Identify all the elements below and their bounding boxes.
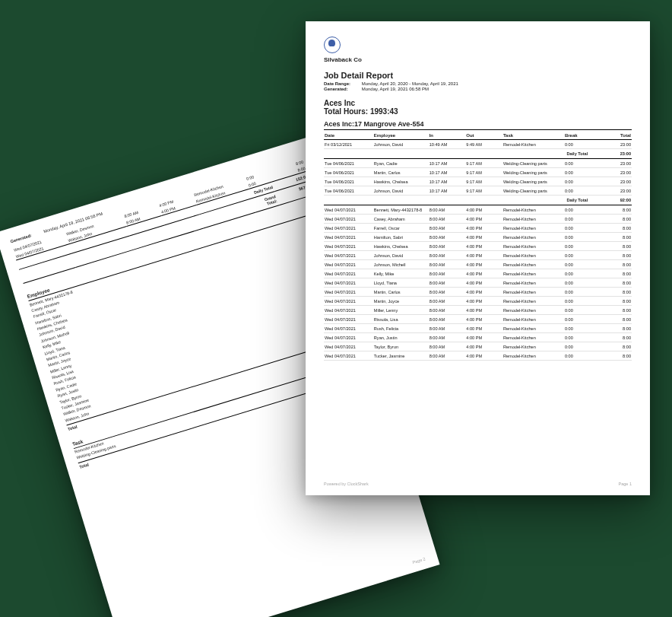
cell-employee: Martin, Joyce (373, 297, 429, 306)
table-row: Wed 04/07/2021Lloyd, Tiana8:00 AM4:00 PM… (324, 278, 632, 288)
cell-in: 10:17 AM (429, 168, 466, 177)
table-row: Wed 04/07/2021Rush, Felicia8:00 AM4:00 P… (324, 324, 632, 333)
table-row: Wed 04/07/2021Tucker, Jasmine8:00 AM4:00… (324, 351, 632, 361)
cell-total: 8:00 (588, 278, 632, 288)
cell-out: 4:00 PM (465, 333, 502, 342)
report-title: Job Detail Report (324, 71, 632, 80)
cell-in: 8:00 AM (429, 297, 466, 306)
cell-task: Remodel-Kitchen (502, 342, 564, 351)
table-row: Wed 04/07/2021Johnson, Michell8:00 AM4:0… (324, 260, 632, 269)
cell-task: Remodel-Kitchen (502, 242, 564, 251)
cell-date: Tue 04/06/2021 (324, 186, 373, 196)
cell-break: 0:00 (564, 297, 588, 306)
cell-task: Welding-Cleaning parts (502, 168, 564, 177)
cell-in: 8:00 AM (429, 269, 466, 278)
cell-in: 8:00 AM (429, 205, 466, 215)
cell-employee: Hawkins, Chelsea (373, 242, 429, 251)
cell-employee: Ryan, Cadie (373, 159, 429, 168)
table-row: Wed 04/07/2021Hamilton, Sabri8:00 AM4:00… (324, 233, 632, 242)
cell-date: Wed 04/07/2021 (324, 242, 373, 251)
cell-total: 8:00 (588, 260, 632, 269)
cell-date: Wed 04/07/2021 (324, 351, 373, 361)
cell-total: 8:00 (588, 351, 632, 361)
cell-in: 8:00 AM (429, 233, 466, 242)
table-row: Wed 04/07/2021Martin, Carlos8:00 AM4:00 … (324, 288, 632, 297)
total-hours: Total Hours: 1993:43 (324, 107, 632, 116)
cell-date: Wed 04/07/2021 (324, 324, 373, 333)
cell-break: 0:00 (564, 306, 588, 315)
cell-date: Wed 04/07/2021 (324, 251, 373, 260)
cell-task: Remodel-Kitchen (502, 324, 564, 333)
col-in: In (429, 132, 466, 140)
table-row: Wed 04/07/2021Hawkins, Chelsea8:00 AM4:0… (324, 242, 632, 251)
cell-in: 8:00 AM (429, 251, 466, 260)
cell-employee: Rissola, Lisa (373, 315, 429, 324)
cell-task: Remodel-Kitchen (502, 351, 564, 361)
col-date: Date (324, 132, 373, 140)
cell-employee: Kelly, Mike (373, 269, 429, 278)
cell-date: Wed 04/07/2021 (324, 297, 373, 306)
cell-date: Wed 04/07/2021 (324, 205, 373, 215)
cell-employee: Miller, Lenny (373, 306, 429, 315)
cell-date: Wed 04/07/2021 (324, 342, 373, 351)
cell-total: 23:00 (588, 159, 632, 168)
cell-out: 4:00 PM (465, 288, 502, 297)
table-row: Tue 04/06/2021Johnson, David10:17 AM9:17… (324, 186, 632, 196)
company-logo-icon (324, 37, 341, 53)
cell-break: 0:00 (564, 215, 588, 224)
cell-task: Remodel-Kitchen (502, 333, 564, 342)
cell-in: 10:17 AM (429, 159, 466, 168)
client-name: Aces Inc (324, 99, 632, 107)
cell-task: Remodel-Kitchen (502, 288, 564, 297)
cell-employee: Martin, Carlos (373, 168, 429, 177)
cell-task: Welding-Cleaning parts (502, 186, 564, 196)
table-row: Wed 04/07/2021Farrell, Oscar8:00 AM4:00 … (324, 224, 632, 233)
cell-date: Wed 04/07/2021 (324, 224, 373, 233)
cell-employee: Hawkins, Chelsea (373, 177, 429, 186)
cell-break: 0:00 (564, 177, 588, 186)
cell-in: 8:00 AM (429, 242, 466, 251)
cell-in: 8:00 AM (429, 333, 466, 342)
company-name: Silvaback Co (324, 56, 632, 63)
cell-in: 8:00 AM (429, 324, 466, 333)
cell-out: 4:00 PM (465, 278, 502, 288)
col-total: Total (588, 132, 632, 140)
cell-out: 9:17 AM (465, 177, 502, 186)
table-row: Wed 04/07/2021Ryan, Justin8:00 AM4:00 PM… (324, 333, 632, 342)
cell-task: Remodel-Kitchen (502, 224, 564, 233)
cell-task: Welding-Cleaning parts (502, 177, 564, 186)
cell-break: 0:00 (564, 168, 588, 177)
cell-date: Wed 04/07/2021 (324, 333, 373, 342)
cell-break: 0:00 (564, 278, 588, 288)
report-page-1: Silvaback Co Job Detail Report Date Rang… (306, 21, 650, 495)
cell-break: 0:00 (564, 233, 588, 242)
table-row: Fri 03/12/2021Johnson, David10:49 AM9:49… (324, 140, 632, 149)
cell-in: 8:00 AM (429, 288, 466, 297)
col-break: Break (564, 132, 588, 140)
daily-total-row: Daily Total 92:00 (324, 196, 632, 205)
cell-employee: Rush, Felicia (373, 324, 429, 333)
cell-total: 23:00 (588, 140, 632, 149)
cell-out: 9:17 AM (465, 168, 502, 177)
cell-out: 4:00 PM (465, 242, 502, 251)
cell-total: 8:00 (588, 242, 632, 251)
cell-date: Wed 04/07/2021 (324, 233, 373, 242)
cell-total: 8:00 (588, 315, 632, 324)
cell-task: Welding-Cleaning parts (502, 159, 564, 168)
cell-break: 0:00 (564, 251, 588, 260)
cell-total: 8:00 (588, 224, 632, 233)
col-employee: Employee (373, 132, 429, 140)
daily-total-value: 92:00 (588, 196, 632, 205)
detail-table: Date Employee In Out Task Break Total Fr… (324, 132, 632, 361)
cell-total: 8:00 (588, 269, 632, 278)
cell-total: 23:00 (588, 168, 632, 177)
cell-task: Remodel-Kitchen (502, 260, 564, 269)
cell-in: 8:00 AM (429, 224, 466, 233)
daily-total-label: Daily Total (564, 149, 588, 159)
date-range-label: Date Range: (324, 81, 360, 86)
cell-out: 4:00 PM (465, 315, 502, 324)
cell-break: 0:00 (564, 324, 588, 333)
cell-employee: Hamilton, Sabri (373, 233, 429, 242)
cell-in: 10:17 AM (429, 186, 466, 196)
cell-total: 8:00 (588, 324, 632, 333)
